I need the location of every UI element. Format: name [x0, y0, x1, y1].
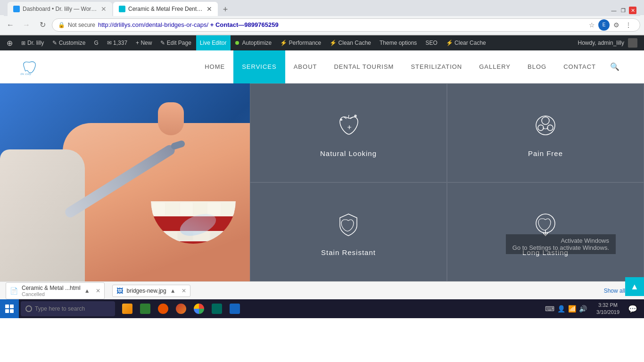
wp-logo-icon: ⊕	[7, 39, 13, 48]
extensions-icon[interactable]: ⚙	[611, 19, 622, 31]
nav-gallery[interactable]: GALLERY	[471, 50, 519, 83]
wp-comments[interactable]: ✉ 1,337	[103, 35, 131, 50]
forward-button[interactable]: →	[20, 18, 33, 32]
start-button[interactable]	[0, 299, 19, 318]
lower-tooth-1	[161, 232, 177, 240]
wp-clear-cache-label: ⚡ Clear Cache	[446, 40, 486, 46]
nav-sterilization[interactable]: STERILIZATION	[402, 50, 471, 83]
taskbar-app-chrome[interactable]	[190, 299, 207, 318]
nav-dental-tourism[interactable]: DENTAL TOURISM	[325, 50, 402, 83]
stain-resistant-label: Stain Resistant	[321, 248, 376, 256]
tooth-arrow-svg	[531, 210, 560, 239]
download-item-1[interactable]: 📄 Ceramic & Metal ...html Cancelled ▲ ✕	[6, 282, 105, 299]
wp-logo-item[interactable]: ⊕	[3, 35, 17, 50]
download-arrow-2[interactable]: ▲	[170, 288, 176, 294]
wp-edit-page[interactable]: ✎ Edit Page	[157, 35, 195, 50]
taskbar-right: ⌨ 👤 📶 🔊 3:32 PM 3/10/2019 💬	[541, 301, 644, 316]
bookmark-icon[interactable]: ☆	[586, 19, 597, 31]
tab-close-1[interactable]: ✕	[101, 5, 107, 13]
nav-contact[interactable]: CONTACT	[555, 50, 604, 83]
tab-dental[interactable]: Ceramic & Metal Free Dental Bri... ✕	[113, 2, 218, 16]
taskbar-app-2[interactable]	[137, 299, 154, 318]
natural-looking-icon	[332, 109, 365, 142]
wp-live-editor[interactable]: Live Editor	[196, 35, 231, 50]
close-button[interactable]: ✕	[629, 7, 636, 14]
wp-autoptimize-label: Autoptimize	[242, 40, 272, 46]
notification-button[interactable]: 💬	[625, 301, 640, 316]
address-bar[interactable]: 🔒 Not secure http://drlillys.com/dental-…	[52, 18, 640, 32]
profile-icon[interactable]: E	[598, 19, 610, 31]
tooth-2	[166, 203, 179, 215]
clock[interactable]: 3:32 PM 3/10/2019	[593, 302, 623, 316]
browser-chrome: Dashboard • Dr. lilly — WordPr... ✕ Cera…	[0, 0, 644, 35]
url-contact: + Contact—9899765259	[210, 21, 279, 28]
nav-services[interactable]: SERVICES	[233, 50, 285, 83]
download-info-2: bridges-new.jpg	[127, 288, 166, 294]
minimize-button[interactable]: —	[610, 7, 618, 14]
logo-svg: Dr. Lilly	[19, 58, 45, 76]
wp-clear-cache[interactable]: ⚡ Clear Cache	[442, 35, 490, 50]
wp-site-name[interactable]: ⊞ Dr. lilly	[17, 35, 48, 50]
download-arrow-1[interactable]: ▲	[84, 288, 90, 294]
search-placeholder: Type here to search	[35, 305, 85, 312]
tooth-6	[222, 203, 234, 215]
nav-home[interactable]: HOME	[196, 50, 233, 83]
taskbar-app-file-explorer[interactable]	[119, 299, 136, 318]
tab-close-2[interactable]: ✕	[206, 5, 212, 13]
app6-icon	[212, 304, 222, 314]
download-name-1: Ceramic & Metal ...html	[22, 285, 81, 291]
network-icon[interactable]: 📶	[568, 305, 576, 313]
download-close-2[interactable]: ✕	[182, 288, 186, 294]
wp-g-item[interactable]: G	[90, 35, 102, 50]
long-lasting-icon	[529, 208, 562, 241]
scroll-top-button[interactable]: ▲	[625, 277, 644, 296]
taskbar-app-3[interactable]	[155, 299, 172, 318]
download-img-icon: 🖼	[116, 287, 123, 295]
wp-theme-options[interactable]: Theme options	[376, 35, 421, 50]
windows-logo-icon	[5, 304, 14, 313]
site-logo[interactable]: Dr. Lilly	[19, 58, 45, 76]
tooth-5	[207, 203, 220, 215]
nav-about[interactable]: ABOUT	[285, 50, 326, 83]
tab-dashboard[interactable]: Dashboard • Dr. lilly — WordPr... ✕	[8, 2, 112, 16]
wp-customize[interactable]: ✎ Customize	[49, 35, 89, 50]
dental-scene	[0, 83, 250, 281]
keyboard-icon[interactable]: ⌨	[545, 305, 554, 313]
wp-new[interactable]: + New	[132, 35, 156, 50]
wp-clean-cache[interactable]: ⚡ Clean Cache	[326, 35, 375, 50]
taskbar-app-firefox[interactable]	[173, 299, 190, 318]
tab-label-1: Dashboard • Dr. lilly — WordPr...	[23, 6, 98, 12]
taskbar-app-7[interactable]	[226, 299, 243, 318]
wp-new-label: + New	[136, 40, 152, 46]
tab-label-2: Ceramic & Metal Free Dental Bri...	[128, 6, 204, 12]
taskbar-search[interactable]: Type here to search	[21, 301, 115, 316]
app2-icon	[140, 304, 150, 314]
show-all-downloads[interactable]: Show all	[604, 288, 625, 294]
wp-performance[interactable]: ⚡ Performance	[276, 35, 325, 50]
wp-autoptimize[interactable]: Autoptimize	[231, 35, 276, 50]
taskbar-apps	[119, 299, 243, 318]
tab-add-button[interactable]: +	[219, 3, 232, 16]
reload-button[interactable]: ↻	[36, 18, 49, 32]
people-icon[interactable]: 👤	[557, 305, 565, 313]
nav-search-icon[interactable]: 🔍	[604, 62, 625, 71]
download-item-2[interactable]: 🖼 bridges-new.jpg ▲ ✕	[112, 285, 190, 297]
clock-date: 3/10/2019	[596, 309, 619, 316]
system-icons: ⌨ 👤 📶 🔊	[541, 305, 591, 313]
tooth-4	[194, 203, 206, 215]
wp-seo[interactable]: SEO	[421, 35, 441, 50]
maximize-button[interactable]: ❐	[619, 7, 627, 14]
upper-teeth	[151, 201, 236, 216]
sound-icon[interactable]: 🔊	[579, 305, 587, 313]
title-bar: Dashboard • Dr. lilly — WordPr... ✕ Cera…	[0, 0, 644, 15]
tab-favicon-1	[13, 6, 20, 12]
features-panel: Natural Looking Pain Free	[250, 83, 644, 281]
wp-howdy[interactable]: Howdy, admin_lilly	[574, 35, 641, 50]
long-lasting-label: Long Lasting	[522, 248, 569, 256]
menu-icon[interactable]: ⋮	[623, 19, 634, 31]
nav-blog[interactable]: BLOG	[519, 50, 555, 83]
taskbar-app-6[interactable]	[208, 299, 225, 318]
back-button[interactable]: ←	[4, 18, 17, 32]
clock-time: 3:32 PM	[596, 302, 619, 309]
download-close-1[interactable]: ✕	[96, 288, 100, 294]
